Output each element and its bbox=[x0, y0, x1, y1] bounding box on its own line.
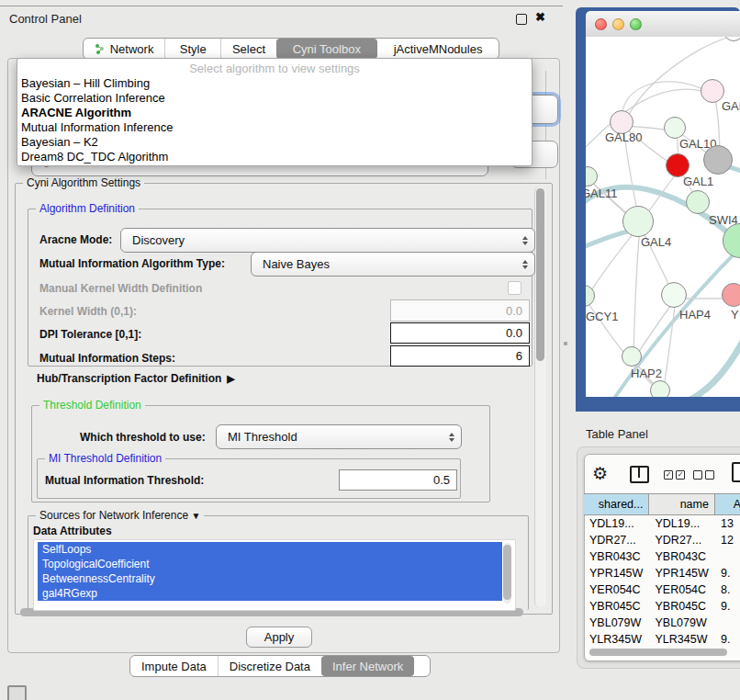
attribute-item[interactable]: SelfLoops bbox=[38, 542, 502, 557]
mi-steps-label: Mutual Information Steps: bbox=[39, 352, 175, 365]
table-row[interactable]: YER054CYER054C8. bbox=[584, 581, 740, 598]
scrollbar-thumb[interactable] bbox=[536, 188, 544, 361]
aracne-mode-combobox[interactable]: Discovery bbox=[120, 228, 535, 253]
zoom-traffic-light[interactable] bbox=[630, 18, 642, 30]
tab-label: Select bbox=[232, 42, 265, 56]
column-header[interactable]: A bbox=[715, 494, 740, 514]
close-icon[interactable]: ✖ bbox=[535, 10, 545, 24]
expand-arrow-icon: ▶ bbox=[227, 373, 234, 384]
aracne-mode-label: Aracne Mode: bbox=[39, 233, 112, 246]
collapse-arrow-icon[interactable]: ▼ bbox=[191, 511, 200, 521]
table-cell: YDR27... bbox=[584, 532, 649, 548]
table-cell: 13 bbox=[715, 515, 740, 532]
table-cell: YER054C bbox=[584, 581, 649, 598]
network-window-titlebar[interactable] bbox=[586, 11, 740, 37]
which-threshold-combobox[interactable]: MI Threshold bbox=[216, 424, 462, 449]
tab-impute-data[interactable]: Impute Data bbox=[130, 656, 218, 676]
minimized-panel-icon[interactable] bbox=[7, 685, 27, 700]
node-gal4[interactable] bbox=[622, 206, 654, 237]
settings-vertical-scrollbar[interactable] bbox=[534, 186, 546, 607]
algorithm-option[interactable]: Mutual Information Inference bbox=[17, 120, 532, 135]
node-y[interactable] bbox=[722, 283, 740, 307]
tab-discretize-data[interactable]: Discretize Data bbox=[218, 656, 321, 676]
node-gal10[interactable] bbox=[664, 117, 686, 139]
column-header[interactable]: name bbox=[649, 494, 714, 514]
network-canvas[interactable]: GALGAL80GAL10GAL1GAL11GAL4SWI4GCY1HAP4YH… bbox=[586, 37, 740, 397]
checked-box-icon: ✓ bbox=[676, 470, 685, 480]
algorithm-option[interactable]: Basic Correlation Inference bbox=[17, 91, 532, 106]
manual-kernel-checkbox bbox=[508, 281, 521, 295]
algorithm-option[interactable]: ARACNE Algorithm bbox=[17, 106, 532, 120]
tab-network[interactable]: Network bbox=[84, 39, 164, 59]
minimize-traffic-light[interactable] bbox=[612, 18, 624, 30]
dpi-tolerance-field[interactable]: 0.0 bbox=[390, 322, 530, 344]
select-all-icon[interactable]: ✓ ✓ bbox=[664, 470, 685, 480]
splitpane-divider[interactable] bbox=[564, 342, 567, 345]
columns-icon[interactable] bbox=[630, 466, 649, 483]
which-threshold-value: MI Threshold bbox=[228, 430, 297, 444]
table-row[interactable]: YBR045CYBR045C9. bbox=[584, 598, 740, 615]
table-cell: YDR27... bbox=[649, 532, 714, 548]
float-window-icon[interactable] bbox=[516, 14, 527, 25]
sources-title: Sources for Network Inference ▼ bbox=[36, 509, 204, 522]
node-label: GAL1 bbox=[683, 175, 713, 188]
table-cell: YDL19... bbox=[584, 515, 649, 532]
deselect-all-icon[interactable] bbox=[693, 470, 714, 480]
algorithm-option[interactable]: Dream8 DC_TDC Algorithm bbox=[17, 150, 532, 164]
node-hap4[interactable] bbox=[661, 282, 687, 308]
attributes-scrollbar[interactable] bbox=[503, 543, 511, 604]
scrollbar-thumb[interactable] bbox=[503, 545, 511, 600]
table-row[interactable]: YBL079WYBL079W bbox=[584, 615, 740, 631]
table-cell bbox=[715, 615, 740, 631]
control-panel-titlebar[interactable]: Control Panel ✖ bbox=[0, 6, 563, 30]
tab-jactivemnodules[interactable]: jActiveMNodules bbox=[377, 39, 499, 59]
hub-definition-expander[interactable]: Hub/Transcription Factor Definition▶ bbox=[37, 372, 235, 385]
table-cell: YBR043C bbox=[649, 548, 714, 565]
table-cell: YER054C bbox=[649, 581, 714, 598]
mi-type-combobox[interactable]: Naive Bayes bbox=[251, 252, 535, 277]
algorithm-option[interactable]: Bayesian – K2 bbox=[17, 135, 532, 150]
data-attributes-label: Data Attributes bbox=[33, 525, 112, 537]
which-threshold-label: Which threshold to use: bbox=[80, 431, 206, 444]
page-icon[interactable] bbox=[732, 462, 740, 482]
attribute-item[interactable]: BetweennessCentrality bbox=[38, 571, 502, 586]
tab-select[interactable]: Select bbox=[220, 39, 275, 59]
algorithm-option[interactable]: Bayesian – Hill Climbing bbox=[17, 76, 532, 91]
dpi-tolerance-label: DPI Tolerance [0,1]: bbox=[39, 328, 141, 341]
stepper-icon bbox=[449, 433, 454, 442]
node[interactable] bbox=[703, 145, 733, 175]
close-traffic-light[interactable] bbox=[595, 18, 607, 30]
node-swi4[interactable] bbox=[686, 190, 710, 214]
table-row[interactable]: YDR27...YDR27...12 bbox=[584, 532, 740, 548]
cyni-bottom-tabs: Impute Data Discretize Data Infer Networ… bbox=[129, 655, 431, 677]
tab-label: Cyni Toolbox bbox=[293, 42, 361, 56]
algorithm-definition-group: Algorithm Definition Aracne Mode: Discov… bbox=[28, 209, 533, 367]
table-horizontal-scrollbar[interactable] bbox=[588, 649, 740, 656]
mi-type-label: Mutual Information Algorithm Type: bbox=[39, 257, 225, 270]
apply-button[interactable]: Apply bbox=[246, 627, 312, 648]
table-cell: YPR145W bbox=[649, 565, 714, 581]
attribute-item[interactable]: gal4RGexp bbox=[38, 586, 502, 601]
tab-style[interactable]: Style bbox=[164, 39, 220, 59]
tab-label: Network bbox=[110, 42, 154, 56]
table-row[interactable]: YPR145WYPR145W9. bbox=[584, 565, 740, 581]
node-hap2[interactable] bbox=[622, 346, 642, 367]
tab-cyni-toolbox[interactable]: Cyni Toolbox bbox=[276, 39, 378, 59]
mi-type-value: Naive Bayes bbox=[263, 257, 330, 271]
mi-threshold-field[interactable]: 0.5 bbox=[339, 469, 457, 491]
gear-icon[interactable]: ⚙ bbox=[592, 463, 608, 484]
node-table: shared...nameAYDL19...YDL19...13YDR27...… bbox=[584, 493, 740, 649]
node[interactable] bbox=[650, 380, 670, 397]
attribute-item[interactable]: TopologicalCoefficient bbox=[38, 557, 502, 571]
table-row[interactable]: YLR345WYLR345W9. bbox=[584, 631, 740, 648]
table-row[interactable]: YDL19...YDL19...13 bbox=[584, 515, 740, 532]
unchecked-box-icon bbox=[693, 470, 702, 480]
data-attributes-list[interactable]: SelfLoopsTopologicalCoefficientBetweenne… bbox=[33, 539, 516, 611]
column-header[interactable]: shared... bbox=[584, 494, 649, 514]
scrollbar-thumb[interactable] bbox=[589, 649, 727, 656]
kernel-width-label: Kernel Width (0,1): bbox=[39, 305, 137, 318]
mi-steps-field[interactable]: 6 bbox=[390, 345, 530, 367]
tab-infer-network[interactable]: Infer Network bbox=[321, 656, 414, 676]
mi-threshold-label: Mutual Information Threshold: bbox=[45, 474, 204, 487]
table-row[interactable]: YBR043CYBR043C bbox=[584, 548, 740, 565]
